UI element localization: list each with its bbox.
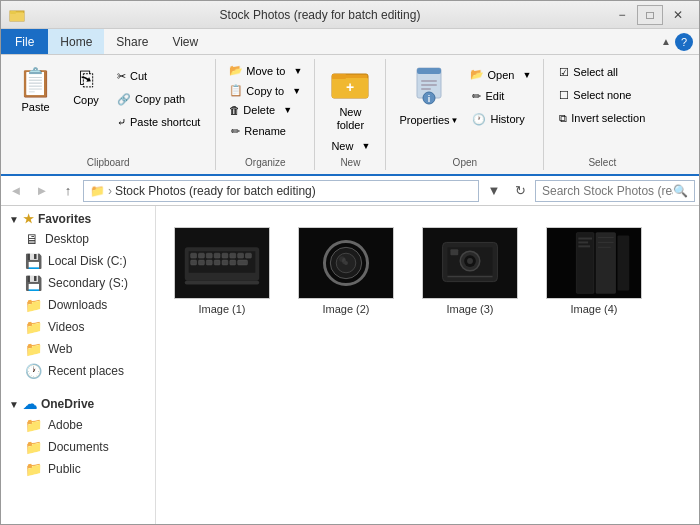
onedrive-header[interactable]: ▼ ☁ OneDrive <box>1 394 155 414</box>
search-icon: 🔍 <box>673 184 688 198</box>
organize-label: Organize <box>245 155 286 168</box>
history-icon: 🕐 <box>472 113 486 126</box>
window-icon <box>9 7 25 23</box>
svg-rect-1 <box>10 13 24 21</box>
delete-icon: 🗑 <box>229 104 240 116</box>
file-label-3: Image (3) <box>446 303 493 315</box>
copy-to-split: 📋 Copy to ▼ <box>224 81 306 100</box>
rename-button[interactable]: ✏ Rename <box>224 120 306 142</box>
move-to-button[interactable]: 📂 Move to <box>224 61 290 80</box>
main-area: ▼ ★ Favorites 🖥 Desktop 💾 Local Disk (C:… <box>1 206 699 525</box>
svg-rect-29 <box>222 260 228 265</box>
sidebar-item-desktop[interactable]: 🖥 Desktop <box>1 228 155 250</box>
documents-folder-icon: 📁 <box>25 439 42 455</box>
organize-content: 📂 Move to ▼ 📋 Copy to ▼ 🗑 Delete <box>224 61 306 155</box>
delete-button[interactable]: 🗑 Delete <box>224 101 280 119</box>
move-to-split: 📂 Move to ▼ <box>224 61 306 80</box>
sidebar-item-downloads[interactable]: 📁 Downloads <box>1 294 155 316</box>
sidebar-item-recent[interactable]: 🕐 Recent places <box>1 360 155 382</box>
desktop-icon: 🖥 <box>25 231 39 247</box>
menu-home[interactable]: Home <box>48 29 104 54</box>
copy-path-button[interactable]: 🔗 Copy path <box>110 88 207 110</box>
invert-selection-button[interactable]: ⧉ Invert selection <box>552 107 652 129</box>
sidebar-item-adobe[interactable]: 📁 Adobe <box>1 414 155 436</box>
minimize-button[interactable]: − <box>609 5 635 25</box>
adobe-folder-icon: 📁 <box>25 417 42 433</box>
paste-button[interactable]: 📋 Paste <box>9 61 62 118</box>
recent-icon: 🕐 <box>25 363 42 379</box>
svg-rect-52 <box>578 238 592 240</box>
new-dropdown[interactable]: ▼ <box>358 138 374 154</box>
copy-to-button[interactable]: 📋 Copy to <box>224 81 289 100</box>
help-button[interactable]: ? <box>675 33 693 51</box>
ribbon-organize-group: 📂 Move to ▼ 📋 Copy to ▼ 🗑 Delete <box>216 59 315 170</box>
sidebar-item-videos[interactable]: 📁 Videos <box>1 316 155 338</box>
address-path[interactable]: 📁 › Stock Photos (ready for batch editin… <box>83 180 479 202</box>
sidebar-item-documents[interactable]: 📁 Documents <box>1 436 155 458</box>
open-dropdown[interactable]: ▼ <box>519 67 535 83</box>
paste-shortcut-button[interactable]: ⤶ Paste shortcut <box>110 111 207 133</box>
ribbon-collapse-button[interactable]: ▲ <box>661 36 671 47</box>
file-label-1: Image (1) <box>198 303 245 315</box>
sidebar-item-web[interactable]: 📁 Web <box>1 338 155 360</box>
properties-icon: i <box>411 66 447 114</box>
favorites-header[interactable]: ▼ ★ Favorites <box>1 210 155 228</box>
select-all-button[interactable]: ☑ Select all <box>552 61 652 83</box>
file-item-3[interactable]: Image (3) <box>420 222 520 320</box>
select-content: ☑ Select all ☐ Select none ⧉ Invert sele… <box>552 61 652 155</box>
cut-button[interactable]: ✂ Cut <box>110 65 207 87</box>
onedrive-cloud-icon: ☁ <box>23 396 37 412</box>
new-folder-label: Newfolder <box>337 106 365 132</box>
close-button[interactable]: ✕ <box>665 5 691 25</box>
onedrive-section: ▼ ☁ OneDrive 📁 Adobe 📁 Documents 📁 Publi… <box>1 394 155 480</box>
rename-icon: ✏ <box>231 125 240 138</box>
videos-icon: 📁 <box>25 319 42 335</box>
svg-rect-23 <box>238 254 244 259</box>
svg-rect-18 <box>199 254 205 259</box>
search-input[interactable] <box>542 184 673 198</box>
file-item-2[interactable]: Image (2) <box>296 222 396 320</box>
forward-button[interactable]: ► <box>31 180 53 202</box>
svg-rect-9 <box>421 80 437 82</box>
select-none-button[interactable]: ☐ Select none <box>552 84 652 106</box>
move-to-dropdown[interactable]: ▼ <box>290 63 306 79</box>
svg-rect-20 <box>214 254 220 259</box>
path-folder-icon: 📁 <box>90 184 105 198</box>
copy-button[interactable]: ⎘ Copy <box>64 61 108 111</box>
svg-rect-26 <box>199 260 205 265</box>
menu-share[interactable]: Share <box>104 29 160 54</box>
ribbon-select-group: ☑ Select all ☐ Select none ⧉ Invert sele… <box>544 59 660 170</box>
sidebar-item-secondary[interactable]: 💾 Secondary (S:) <box>1 272 155 294</box>
refresh-button[interactable]: ↻ <box>509 180 531 202</box>
path-dropdown-button[interactable]: ▼ <box>483 180 505 202</box>
new-folder-button[interactable]: + Newfolder <box>323 61 377 135</box>
back-button[interactable]: ◄ <box>5 180 27 202</box>
maximize-button[interactable]: □ <box>637 5 663 25</box>
delete-dropdown[interactable]: ▼ <box>280 102 296 118</box>
select-all-icon: ☑ <box>559 66 569 79</box>
path-separator: › <box>108 184 112 198</box>
select-none-icon: ☐ <box>559 89 569 102</box>
svg-rect-2 <box>10 11 16 14</box>
menu-view[interactable]: View <box>160 29 210 54</box>
open-button[interactable]: 📂 Open <box>465 65 519 84</box>
favorites-star-icon: ★ <box>23 212 34 226</box>
new-button[interactable]: New <box>326 137 358 155</box>
local-disk-icon: 💾 <box>25 253 42 269</box>
thumbnail-2 <box>298 227 394 299</box>
thumbnail-1 <box>174 227 270 299</box>
history-button[interactable]: 🕐 History <box>465 108 535 130</box>
file-item-1[interactable]: Image (1) <box>172 222 272 320</box>
edit-button[interactable]: ✏ Edit <box>465 85 535 107</box>
copy-to-dropdown[interactable]: ▼ <box>289 83 305 99</box>
properties-button[interactable]: i Properties ▼ <box>394 61 463 131</box>
svg-rect-11 <box>421 88 431 90</box>
copy-path-icon: 🔗 <box>117 93 131 106</box>
sidebar-item-public[interactable]: 📁 Public <box>1 458 155 480</box>
file-item-4[interactable]: Image (4) <box>544 222 644 320</box>
svg-rect-51 <box>618 236 630 291</box>
menu-file[interactable]: File <box>1 29 48 54</box>
clipboard-content: 📋 Paste ⎘ Copy ✂ Cut 🔗 Copy path ⤶ <box>9 61 207 155</box>
sidebar-item-local-disk[interactable]: 💾 Local Disk (C:) <box>1 250 155 272</box>
up-button[interactable]: ↑ <box>57 180 79 202</box>
